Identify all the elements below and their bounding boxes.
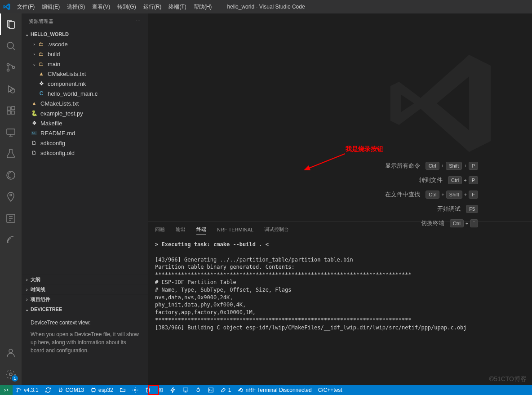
- tree-file[interactable]: ❖Makefile: [22, 118, 148, 128]
- activity-nrf[interactable]: [0, 186, 22, 208]
- tree-file[interactable]: 🗋sdkconfig: [22, 138, 148, 148]
- menu-view[interactable]: 查看(V): [89, 0, 114, 13]
- sidebar-more-icon[interactable]: ⋯: [136, 18, 141, 24]
- port-label: COM13: [66, 387, 84, 393]
- tree-file[interactable]: ▲CMakeLists.txt: [22, 98, 148, 108]
- menu-selection[interactable]: 选择(S): [63, 0, 89, 13]
- activity-testing[interactable]: [0, 143, 22, 164]
- status-remote[interactable]: [0, 385, 13, 395]
- terminal-output[interactable]: > Executing task: cmake --build . < [43/…: [148, 237, 532, 385]
- tree-folder[interactable]: ⌄🗀main: [22, 59, 148, 69]
- project-name: HELLO_WORLD: [31, 31, 69, 37]
- activity-sonar[interactable]: [0, 229, 22, 251]
- editor-area: 显示所有命令Ctrl+Shift+P转到文件Ctrl+P在文件中查找Ctrl+S…: [148, 13, 532, 385]
- tree-file[interactable]: Chello_world_main.c: [22, 89, 148, 98]
- svg-point-14: [9, 349, 13, 353]
- menu-edit[interactable]: 编辑(E): [38, 0, 63, 13]
- status-build[interactable]: [154, 385, 167, 395]
- section-label: 项目组件: [31, 296, 50, 303]
- sidebar-header: 资源管理器 ⋯: [22, 13, 148, 29]
- svg-rect-20: [92, 389, 95, 392]
- menu-run[interactable]: 运行(R): [140, 0, 165, 13]
- section-timeline[interactable]: › 时间线: [22, 284, 148, 294]
- folder-icon: 🗀: [38, 40, 45, 48]
- status-nrf-terminal[interactable]: nRF Terminal Disconnected: [234, 385, 315, 395]
- svg-point-13: [7, 242, 8, 243]
- tree-folder[interactable]: ›🗀build: [22, 49, 148, 59]
- devicetree-content: DeviceTree context view: When you open a…: [22, 314, 148, 360]
- image-watermark: ©51CTO博客: [489, 375, 527, 383]
- shortcut-row: 转到文件Ctrl+P: [385, 176, 478, 184]
- panel-tab[interactable]: 输出: [176, 224, 186, 235]
- menu-file[interactable]: 文件(F): [13, 0, 38, 13]
- tree-file[interactable]: M↓README.md: [22, 128, 148, 138]
- menu-terminal[interactable]: 终端(T): [165, 0, 190, 13]
- panel-tab[interactable]: 调试控制台: [264, 224, 289, 235]
- panel-tab[interactable]: NRF TERMINAL: [217, 225, 253, 234]
- tree-section-project[interactable]: ⌄ HELLO_WORLD: [22, 29, 148, 39]
- activity-accounts[interactable]: [0, 342, 22, 364]
- activity-devicetree[interactable]: [0, 208, 22, 229]
- svg-point-2: [7, 69, 9, 71]
- activity-remote-explorer[interactable]: [0, 121, 22, 143]
- activity-espressif[interactable]: [0, 164, 22, 186]
- tree-file[interactable]: ▲CMakeLists.txt: [22, 69, 148, 79]
- shortcut-label: 转到文件: [419, 176, 443, 184]
- svg-rect-5: [7, 107, 10, 110]
- activity-bar: 1: [0, 13, 22, 385]
- sidebar: 资源管理器 ⋯ ⌄ HELLO_WORLD ›🗀.vscode›🗀build⌄🗀…: [22, 13, 148, 385]
- tree-label: sdkconfig: [40, 140, 65, 146]
- tree-label: CMakeLists.txt: [40, 100, 79, 107]
- svg-point-17: [17, 388, 18, 389]
- status-monitor[interactable]: [179, 385, 192, 395]
- shortcut-row: 显示所有命令Ctrl+Shift+P: [385, 162, 478, 170]
- panel-tab[interactable]: 终端: [196, 224, 206, 235]
- tree-label: hello_world_main.c: [48, 90, 98, 97]
- shortcuts-list: 显示所有命令Ctrl+Shift+P转到文件Ctrl+P在文件中查找Ctrl+S…: [385, 162, 478, 234]
- status-cpptest[interactable]: C/C++test: [315, 385, 346, 395]
- svg-rect-22: [159, 388, 162, 392]
- key: `: [470, 219, 478, 227]
- activity-run-debug[interactable]: [0, 78, 22, 100]
- section-components[interactable]: › 项目组件: [22, 294, 148, 304]
- status-gear[interactable]: [129, 385, 142, 395]
- key: P: [469, 176, 478, 184]
- shortcut-row: 开始调试F5: [385, 205, 478, 213]
- status-chip[interactable]: esp32: [87, 385, 116, 395]
- status-trash[interactable]: [142, 385, 154, 395]
- panel-tab[interactable]: 问题: [155, 224, 165, 235]
- tree-label: example_test.py: [40, 110, 83, 117]
- status-terminal-open[interactable]: [204, 385, 217, 395]
- activity-search[interactable]: [0, 35, 22, 57]
- menu-go[interactable]: 转到(G): [114, 0, 139, 13]
- svg-rect-6: [7, 111, 10, 114]
- status-tools[interactable]: 1: [217, 385, 235, 395]
- tree-label: Makefile: [40, 120, 62, 127]
- chevron-right-icon: ›: [23, 277, 31, 282]
- key: Ctrl: [426, 191, 439, 199]
- status-flash[interactable]: [167, 385, 179, 395]
- menu-bar: 文件(F) 编辑(E) 选择(S) 查看(V) 转到(G) 运行(R) 终端(T…: [13, 0, 215, 13]
- section-outline[interactable]: › 大纲: [22, 275, 148, 284]
- status-folder[interactable]: [116, 385, 129, 395]
- status-branch[interactable]: v4.3.1: [13, 385, 42, 395]
- activity-explorer[interactable]: [0, 13, 22, 35]
- section-devicetree[interactable]: ⌄ DEVICETREE: [22, 304, 148, 314]
- tree-file[interactable]: 🐍example_test.py: [22, 108, 148, 118]
- key: Ctrl: [450, 219, 464, 227]
- key: Ctrl: [448, 176, 462, 184]
- tree-file[interactable]: ❖component.mk: [22, 79, 148, 89]
- status-sync[interactable]: [42, 385, 54, 395]
- activity-extensions[interactable]: [0, 100, 22, 121]
- devicetree-heading: DeviceTree context view:: [31, 320, 139, 326]
- tree-folder[interactable]: ›🗀.vscode: [22, 39, 148, 49]
- chevron-icon: ›: [31, 42, 38, 47]
- tree-file[interactable]: 🗋sdkconfig.old: [22, 148, 148, 158]
- file-tree: ⌄ HELLO_WORLD ›🗀.vscode›🗀build⌄🗀main▲CMa…: [22, 29, 148, 385]
- status-flame[interactable]: [192, 385, 204, 395]
- status-port[interactable]: COM13: [54, 385, 87, 395]
- menu-help[interactable]: 帮助(H): [190, 0, 216, 13]
- activity-settings[interactable]: 1: [0, 364, 22, 385]
- activity-scm[interactable]: [0, 57, 22, 78]
- tree-label: component.mk: [48, 80, 86, 87]
